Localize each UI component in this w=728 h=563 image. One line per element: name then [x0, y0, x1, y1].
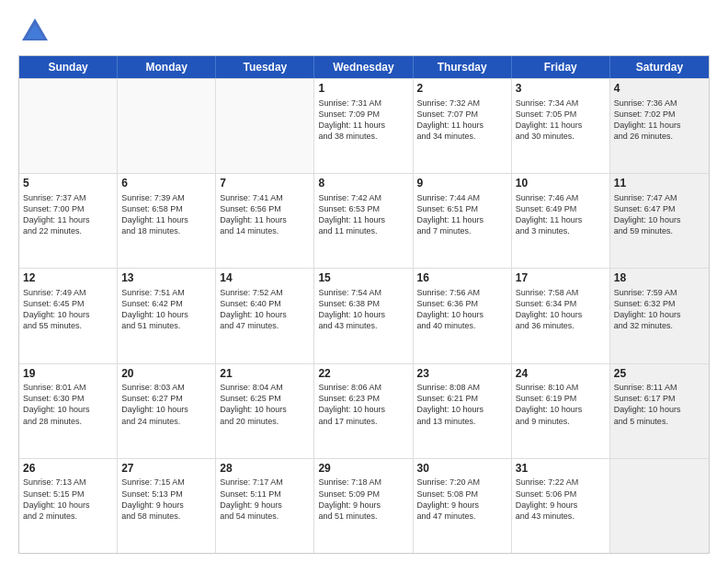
calendar-cell-28: 28Sunrise: 7:17 AM Sunset: 5:11 PM Dayli…	[216, 459, 314, 553]
header-day-friday: Friday	[512, 56, 610, 78]
cell-info: Sunrise: 7:34 AM Sunset: 7:05 PM Dayligh…	[516, 98, 606, 143]
logo-icon	[18, 15, 51, 48]
calendar-cell-12: 12Sunrise: 7:49 AM Sunset: 6:45 PM Dayli…	[19, 269, 118, 362]
cell-info: Sunrise: 7:39 AM Sunset: 6:58 PM Dayligh…	[121, 192, 211, 237]
header-day-monday: Monday	[118, 56, 216, 78]
header	[18, 15, 710, 48]
day-number: 18	[614, 271, 705, 286]
day-number: 22	[318, 367, 408, 382]
calendar-cell-30: 30Sunrise: 7:20 AM Sunset: 5:08 PM Dayli…	[414, 459, 512, 553]
cell-info: Sunrise: 7:49 AM Sunset: 6:45 PM Dayligh…	[23, 287, 113, 332]
cell-info: Sunrise: 7:22 AM Sunset: 5:06 PM Dayligh…	[516, 477, 606, 522]
day-number: 17	[516, 271, 606, 286]
day-number: 5	[23, 177, 113, 191]
calendar-cell-10: 10Sunrise: 7:46 AM Sunset: 6:49 PM Dayli…	[512, 174, 610, 268]
calendar-cell-2: 2Sunrise: 7:32 AM Sunset: 7:07 PM Daylig…	[414, 79, 512, 173]
day-number: 6	[121, 177, 211, 191]
logo	[18, 15, 53, 48]
day-number: 12	[23, 271, 113, 286]
cell-info: Sunrise: 8:01 AM Sunset: 6:30 PM Dayligh…	[23, 382, 113, 427]
cell-info: Sunrise: 8:06 AM Sunset: 6:23 PM Dayligh…	[318, 382, 408, 427]
calendar-cell-9: 9Sunrise: 7:44 AM Sunset: 6:51 PM Daylig…	[414, 174, 512, 268]
calendar-cell-3: 3Sunrise: 7:34 AM Sunset: 7:05 PM Daylig…	[512, 79, 610, 173]
cell-info: Sunrise: 7:32 AM Sunset: 7:07 PM Dayligh…	[417, 98, 507, 143]
calendar-cell-empty	[610, 459, 709, 553]
cell-info: Sunrise: 7:54 AM Sunset: 6:38 PM Dayligh…	[318, 287, 408, 332]
day-number: 19	[23, 367, 113, 382]
cell-info: Sunrise: 7:56 AM Sunset: 6:36 PM Dayligh…	[417, 287, 507, 332]
day-number: 27	[121, 462, 211, 477]
cell-info: Sunrise: 7:51 AM Sunset: 6:42 PM Dayligh…	[121, 287, 211, 332]
calendar-cell-7: 7Sunrise: 7:41 AM Sunset: 6:56 PM Daylig…	[216, 174, 314, 268]
day-number: 21	[220, 367, 310, 382]
cell-info: Sunrise: 7:31 AM Sunset: 7:09 PM Dayligh…	[318, 98, 408, 143]
calendar-cell-29: 29Sunrise: 7:18 AM Sunset: 5:09 PM Dayli…	[314, 459, 413, 553]
cell-info: Sunrise: 7:59 AM Sunset: 6:32 PM Dayligh…	[614, 287, 705, 332]
day-number: 28	[220, 462, 310, 477]
header-day-tuesday: Tuesday	[216, 56, 314, 78]
calendar-body: 1Sunrise: 7:31 AM Sunset: 7:09 PM Daylig…	[19, 78, 709, 553]
calendar-cell-22: 22Sunrise: 8:06 AM Sunset: 6:23 PM Dayli…	[314, 364, 413, 458]
cell-info: Sunrise: 7:44 AM Sunset: 6:51 PM Dayligh…	[417, 192, 507, 237]
calendar-header: SundayMondayTuesdayWednesdayThursdayFrid…	[19, 56, 709, 78]
day-number: 23	[417, 367, 507, 382]
calendar-cell-8: 8Sunrise: 7:42 AM Sunset: 6:53 PM Daylig…	[314, 174, 413, 268]
calendar-cell-11: 11Sunrise: 7:47 AM Sunset: 6:47 PM Dayli…	[610, 174, 709, 268]
day-number: 8	[318, 177, 408, 191]
calendar-cell-21: 21Sunrise: 8:04 AM Sunset: 6:25 PM Dayli…	[216, 364, 314, 458]
cell-info: Sunrise: 8:04 AM Sunset: 6:25 PM Dayligh…	[220, 382, 310, 427]
day-number: 20	[121, 367, 211, 382]
day-number: 11	[614, 177, 705, 191]
cell-info: Sunrise: 7:37 AM Sunset: 7:00 PM Dayligh…	[23, 192, 113, 237]
cell-info: Sunrise: 8:08 AM Sunset: 6:21 PM Dayligh…	[417, 382, 507, 427]
day-number: 16	[417, 271, 507, 286]
calendar-cell-6: 6Sunrise: 7:39 AM Sunset: 6:58 PM Daylig…	[118, 174, 216, 268]
day-number: 26	[23, 462, 113, 477]
header-day-wednesday: Wednesday	[314, 56, 413, 78]
calendar-row-0: 1Sunrise: 7:31 AM Sunset: 7:09 PM Daylig…	[19, 78, 709, 173]
header-day-thursday: Thursday	[414, 56, 512, 78]
calendar-cell-24: 24Sunrise: 8:10 AM Sunset: 6:19 PM Dayli…	[512, 364, 610, 458]
cell-info: Sunrise: 7:13 AM Sunset: 5:15 PM Dayligh…	[23, 477, 113, 522]
calendar-cell-empty	[216, 79, 314, 173]
day-number: 14	[220, 271, 310, 286]
calendar: SundayMondayTuesdayWednesdayThursdayFrid…	[18, 55, 710, 554]
day-number: 10	[516, 177, 606, 191]
calendar-cell-23: 23Sunrise: 8:08 AM Sunset: 6:21 PM Dayli…	[414, 364, 512, 458]
calendar-row-1: 5Sunrise: 7:37 AM Sunset: 7:00 PM Daylig…	[19, 173, 709, 268]
day-number: 30	[417, 462, 507, 477]
cell-info: Sunrise: 7:47 AM Sunset: 6:47 PM Dayligh…	[614, 192, 705, 237]
cell-info: Sunrise: 7:58 AM Sunset: 6:34 PM Dayligh…	[516, 287, 606, 332]
header-day-sunday: Sunday	[19, 56, 118, 78]
calendar-cell-25: 25Sunrise: 8:11 AM Sunset: 6:17 PM Dayli…	[610, 364, 709, 458]
day-number: 29	[318, 462, 408, 477]
cell-info: Sunrise: 7:46 AM Sunset: 6:49 PM Dayligh…	[516, 192, 606, 237]
cell-info: Sunrise: 7:18 AM Sunset: 5:09 PM Dayligh…	[318, 477, 408, 522]
day-number: 4	[614, 82, 705, 97]
calendar-cell-5: 5Sunrise: 7:37 AM Sunset: 7:00 PM Daylig…	[19, 174, 118, 268]
day-number: 25	[614, 367, 705, 382]
day-number: 1	[318, 82, 408, 97]
calendar-cell-empty	[19, 79, 118, 173]
cell-info: Sunrise: 7:17 AM Sunset: 5:11 PM Dayligh…	[220, 477, 310, 522]
calendar-cell-19: 19Sunrise: 8:01 AM Sunset: 6:30 PM Dayli…	[19, 364, 118, 458]
calendar-cell-4: 4Sunrise: 7:36 AM Sunset: 7:02 PM Daylig…	[610, 79, 709, 173]
calendar-cell-empty	[118, 79, 216, 173]
calendar-row-2: 12Sunrise: 7:49 AM Sunset: 6:45 PM Dayli…	[19, 268, 709, 362]
day-number: 9	[417, 177, 507, 191]
calendar-cell-16: 16Sunrise: 7:56 AM Sunset: 6:36 PM Dayli…	[414, 269, 512, 362]
day-number: 31	[516, 462, 606, 477]
day-number: 2	[417, 82, 507, 97]
calendar-cell-13: 13Sunrise: 7:51 AM Sunset: 6:42 PM Dayli…	[118, 269, 216, 362]
calendar-cell-17: 17Sunrise: 7:58 AM Sunset: 6:34 PM Dayli…	[512, 269, 610, 362]
calendar-cell-14: 14Sunrise: 7:52 AM Sunset: 6:40 PM Dayli…	[216, 269, 314, 362]
calendar-cell-20: 20Sunrise: 8:03 AM Sunset: 6:27 PM Dayli…	[118, 364, 216, 458]
cell-info: Sunrise: 8:11 AM Sunset: 6:17 PM Dayligh…	[614, 382, 705, 427]
cell-info: Sunrise: 7:20 AM Sunset: 5:08 PM Dayligh…	[417, 477, 507, 522]
calendar-cell-31: 31Sunrise: 7:22 AM Sunset: 5:06 PM Dayli…	[512, 459, 610, 553]
page: SundayMondayTuesdayWednesdayThursdayFrid…	[0, 0, 728, 563]
cell-info: Sunrise: 7:36 AM Sunset: 7:02 PM Dayligh…	[614, 98, 705, 143]
calendar-cell-1: 1Sunrise: 7:31 AM Sunset: 7:09 PM Daylig…	[314, 79, 413, 173]
header-day-saturday: Saturday	[610, 56, 709, 78]
cell-info: Sunrise: 7:42 AM Sunset: 6:53 PM Dayligh…	[318, 192, 408, 237]
